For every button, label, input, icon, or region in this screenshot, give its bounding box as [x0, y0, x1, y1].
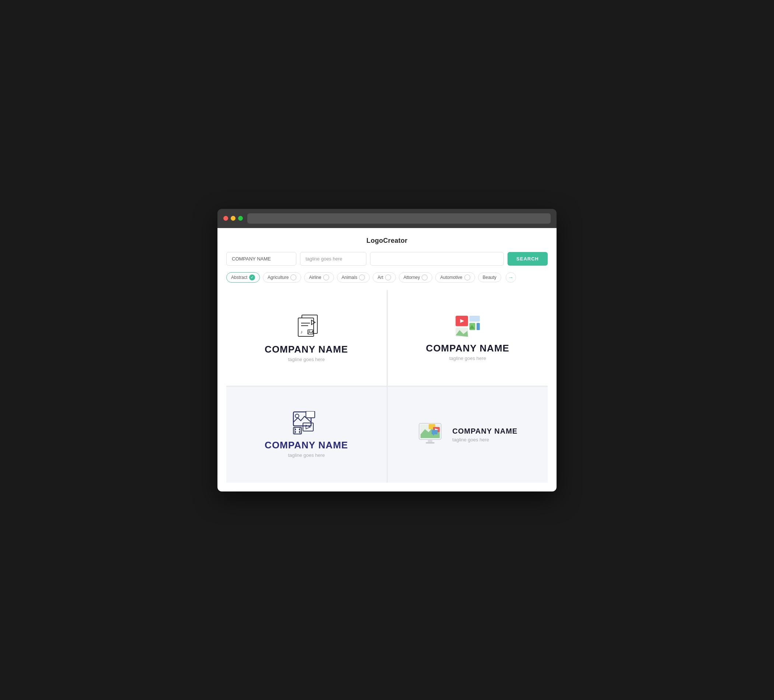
close-button[interactable]: [223, 216, 228, 221]
traffic-lights: [223, 216, 243, 221]
category-chip-agriculture[interactable]: Agriculture: [263, 272, 301, 282]
check-icon-attorney: [422, 274, 428, 281]
address-bar[interactable]: [247, 213, 551, 224]
search-bar: SEARCH: [226, 252, 548, 266]
category-chip-abstract[interactable]: Abstract ✓: [226, 272, 260, 282]
logo-2-company-name: COMPANY NAME: [426, 343, 509, 354]
category-label-automotive: Automotive: [440, 275, 462, 280]
logo-card-4[interactable]: COMPANY NAME tagline goes here: [388, 387, 548, 483]
logo-3-tagline: tagline goes here: [288, 452, 325, 458]
logo-4-text-block: COMPANY NAME tagline goes here: [452, 427, 518, 442]
category-label-airline: Airline: [309, 275, 321, 280]
app-title: LogoCreator: [226, 237, 548, 244]
svg-rect-25: [295, 431, 296, 433]
category-chip-beauty[interactable]: Beauty: [478, 272, 501, 282]
category-chip-automotive[interactable]: Automotive: [435, 272, 475, 282]
category-label-animals: Animals: [342, 275, 357, 280]
check-icon-automotive: [465, 274, 470, 281]
svg-rect-34: [432, 430, 438, 434]
minimize-button[interactable]: [231, 216, 235, 221]
category-label-art: Art: [377, 275, 383, 280]
browser-window: LogoCreator SEARCH Abstract ✓ Agricultur…: [217, 209, 557, 492]
logo-icon-2: [453, 314, 483, 338]
company-name-input[interactable]: [226, 252, 296, 266]
category-label-agriculture: Agriculture: [268, 275, 289, 280]
logo-4-tagline: tagline goes here: [452, 437, 518, 442]
svg-rect-27: [299, 431, 300, 433]
logo-grid: ♪ COMPANY NAME tagline goes here: [226, 290, 548, 483]
svg-point-17: [295, 414, 299, 418]
logo-2-tagline: tagline goes here: [449, 355, 486, 361]
logo-icon-1: ♪: [291, 314, 321, 339]
category-label-attorney: Attorney: [404, 275, 420, 280]
check-icon-animals: [359, 274, 365, 281]
svg-rect-37: [426, 442, 435, 444]
check-icon-airline: [323, 274, 329, 281]
logo-icon-3: [293, 411, 320, 435]
svg-text:♪: ♪: [300, 329, 303, 335]
logo-4-company-name: COMPANY NAME: [452, 427, 518, 436]
category-chip-animals[interactable]: Animals: [337, 272, 370, 282]
svg-rect-19: [303, 423, 313, 431]
app-content: LogoCreator SEARCH Abstract ✓ Agricultur…: [217, 228, 557, 492]
svg-rect-36: [428, 439, 432, 442]
svg-rect-10: [469, 316, 480, 322]
svg-rect-13: [476, 323, 480, 330]
check-icon-agriculture: [290, 274, 296, 281]
check-icon-art: [385, 274, 391, 281]
browser-chrome: [217, 209, 557, 228]
category-chip-art[interactable]: Art: [373, 272, 395, 282]
category-chip-attorney[interactable]: Attorney: [399, 272, 433, 282]
logo-card-1[interactable]: ♪ COMPANY NAME tagline goes here: [226, 290, 387, 386]
tagline-input[interactable]: [300, 252, 366, 266]
svg-rect-26: [299, 429, 300, 430]
logo-1-company-name: COMPANY NAME: [265, 344, 348, 355]
search-button[interactable]: SEARCH: [508, 252, 548, 266]
maximize-button[interactable]: [238, 216, 243, 221]
check-icon-abstract: ✓: [249, 274, 255, 281]
logo-card-3[interactable]: COMPANY NAME tagline goes here: [226, 387, 387, 483]
svg-rect-18: [306, 411, 315, 418]
category-chip-airline[interactable]: Airline: [304, 272, 334, 282]
logo-3-company-name: COMPANY NAME: [265, 439, 348, 451]
extra-input[interactable]: [370, 252, 504, 266]
logo-1-tagline: tagline goes here: [288, 357, 325, 362]
logo-4-icon: [418, 422, 447, 447]
next-categories-button[interactable]: →: [506, 272, 516, 282]
logo-card-2[interactable]: COMPANY NAME tagline goes here: [388, 290, 548, 386]
logo-4-inner: COMPANY NAME tagline goes here: [418, 422, 518, 447]
category-label-beauty: Beauty: [483, 275, 496, 280]
category-bar: Abstract ✓ Agriculture Airline Animals A…: [226, 272, 548, 282]
category-label-abstract: Abstract: [231, 275, 247, 280]
svg-rect-24: [295, 429, 296, 430]
